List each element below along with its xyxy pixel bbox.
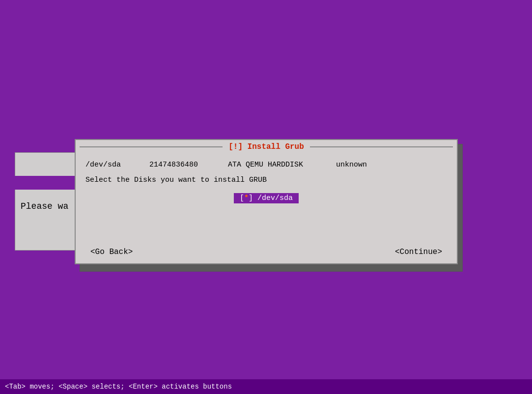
- disk-model: ATA QEMU HARDDISK: [228, 161, 336, 169]
- checkbox-device-label: /dev/sda: [253, 194, 293, 202]
- continue-button[interactable]: <Continue>: [395, 248, 442, 256]
- bracket-close: ]: [249, 194, 253, 202]
- disk-type: unknown: [336, 161, 385, 169]
- go-back-button[interactable]: <Go Back>: [90, 248, 133, 256]
- checkbox-star: *: [244, 194, 249, 202]
- dialog-title: [!] Install Grub: [226, 142, 306, 151]
- please-wait-text: Please wa: [21, 201, 68, 211]
- bracket-open: [: [240, 194, 244, 202]
- disk-info-row: /dev/sda 21474836480 ATA QEMU HARDDISK u…: [85, 161, 447, 169]
- disk-size: 21474836480: [149, 161, 228, 169]
- checkbox-selected-label[interactable]: [*] /dev/sda: [234, 193, 299, 203]
- install-grub-dialog: [!] Install Grub /dev/sda 21474836480 AT…: [75, 139, 458, 264]
- select-label: Select the Disks you want to install GRU…: [85, 176, 447, 184]
- title-line-left: [80, 146, 223, 147]
- background-bar-left: [15, 176, 79, 190]
- disk-device: /dev/sda: [85, 161, 149, 169]
- title-line-right: [310, 146, 453, 147]
- dialog-buttons: <Go Back> <Continue>: [76, 248, 457, 256]
- disk-checkbox-option[interactable]: [*] /dev/sda: [85, 193, 447, 203]
- dialog-title-bar: [!] Install Grub: [76, 140, 457, 154]
- status-bar-text: <Tab> moves; <Space> selects; <Enter> ac…: [5, 383, 232, 391]
- status-bar: <Tab> moves; <Space> selects; <Enter> ac…: [0, 379, 532, 394]
